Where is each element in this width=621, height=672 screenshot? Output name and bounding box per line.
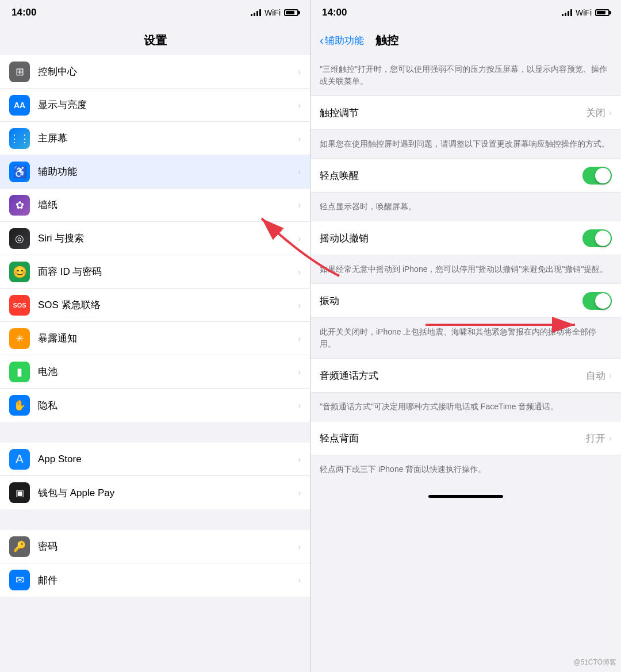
shake-undo-toggle[interactable] bbox=[582, 229, 612, 247]
settings-item-exposure[interactable]: ✳ 暴露通知 › bbox=[0, 322, 310, 355]
wifi-icon: WiFi bbox=[264, 8, 281, 17]
tap-wake-group: 轻点唤醒 bbox=[310, 158, 621, 193]
tap-wake-row: 轻点唤醒 bbox=[310, 159, 621, 192]
tap-back-desc-block: 轻点两下或三下 iPhone 背面以快速执行操作。 bbox=[310, 455, 621, 483]
sos-label: SOS 紧急联络 bbox=[38, 298, 293, 312]
page-wrapper: 14:00 WiFi 设置 bbox=[0, 0, 621, 672]
right-panel: 14:00 WiFi ‹ 辅助功能 触控 bbox=[310, 0, 621, 672]
touch-adjust-value: 关闭 bbox=[586, 106, 605, 120]
settings-item-home[interactable]: ⋮⋮ 主屏幕 › bbox=[0, 122, 310, 155]
right-page-title: 触控 bbox=[375, 33, 398, 48]
settings-item-display[interactable]: AA 显示与亮度 › bbox=[0, 89, 310, 122]
tap-wake-toggle-knob bbox=[595, 168, 611, 183]
privacy-chevron: › bbox=[298, 401, 301, 410]
accessibility-icon: ♿ bbox=[9, 162, 30, 182]
appstore-chevron: › bbox=[298, 455, 301, 464]
settings-items-group1: ⊞ 控制中心 › AA 显示与亮度 › ⋮⋮ 主屏幕 bbox=[0, 55, 310, 422]
mail-chevron: › bbox=[298, 575, 301, 585]
siri-label: Siri 与搜索 bbox=[38, 232, 293, 245]
left-time: 14:00 bbox=[12, 7, 36, 18]
audio-call-desc: "音频通话方式"可决定用哪种方式接听电话或 FaceTime 音频通话。 bbox=[320, 402, 558, 411]
vibration-desc: 此开关关闭时，iPhone 上包括地震、海啸和其他紧急警报在内的振动将全部停用。 bbox=[320, 327, 596, 348]
tap-back-desc: 轻点两下或三下 iPhone 背面以快速执行操作。 bbox=[320, 464, 486, 474]
3d-touch-desc-block: "三维触控"打开时，您可以使用强弱不同的压力按压屏幕，以显示内容预览、操作或关联… bbox=[310, 55, 621, 95]
appstore-label: App Store bbox=[38, 454, 293, 465]
battery-icon bbox=[284, 9, 298, 16]
section-gap-2 bbox=[0, 509, 310, 530]
touch-adjust-desc: 如果您在使用触控屏时遇到问题，请调整以下设置更改屏幕响应触控操作的方式。 bbox=[320, 139, 610, 148]
tap-back-value: 打开 bbox=[586, 432, 605, 445]
shake-undo-row: 摇动以撤销 bbox=[310, 221, 621, 255]
settings-item-control-center[interactable]: ⊞ 控制中心 › bbox=[0, 55, 310, 89]
back-chevron-icon: ‹ bbox=[320, 34, 324, 46]
exposure-icon: ✳ bbox=[9, 328, 30, 349]
tap-wake-toggle[interactable] bbox=[582, 167, 612, 185]
settings-item-wallpaper[interactable]: ✿ 墙纸 › bbox=[0, 189, 310, 222]
settings-group-1: ⊞ 控制中心 › AA 显示与亮度 › ⋮⋮ 主屏幕 bbox=[0, 55, 310, 422]
settings-item-sos[interactable]: SOS SOS 紧急联络 › bbox=[0, 289, 310, 322]
touch-adjust-label: 触控调节 bbox=[320, 106, 586, 120]
settings-item-privacy[interactable]: ✋ 隐私 › bbox=[0, 389, 310, 422]
touch-adjust-chevron: › bbox=[609, 108, 612, 117]
watermark: @51CTO博客 bbox=[573, 658, 616, 667]
touch-adjust-row[interactable]: 触控调节 关闭 › bbox=[310, 96, 621, 129]
back-button[interactable]: ‹ 辅助功能 bbox=[320, 34, 364, 47]
wallet-chevron: › bbox=[298, 488, 301, 497]
password-icon: 🔑 bbox=[9, 536, 30, 557]
exposure-label: 暴露通知 bbox=[38, 332, 293, 345]
audio-call-group: 音频通话方式 自动 › bbox=[310, 358, 621, 393]
faceid-icon: 😊 bbox=[9, 262, 30, 282]
settings-group-3: 🔑 密码 › ✉ 邮件 › bbox=[0, 530, 310, 597]
settings-item-battery[interactable]: ▮ 电池 › bbox=[0, 355, 310, 389]
vibration-group: 振动 bbox=[310, 283, 621, 318]
right-wifi-icon: WiFi bbox=[576, 8, 592, 17]
settings-item-accessibility[interactable]: ♿ 辅助功能 › bbox=[0, 155, 310, 189]
settings-item-wallet[interactable]: ▣ 钱包与 Apple Pay › bbox=[0, 476, 310, 509]
mail-label: 邮件 bbox=[38, 574, 293, 587]
privacy-icon: ✋ bbox=[9, 395, 30, 416]
vibration-row: 振动 bbox=[310, 284, 621, 317]
settings-item-mail[interactable]: ✉ 邮件 › bbox=[0, 563, 310, 597]
signal-icon bbox=[251, 9, 261, 16]
touch-adjust-desc-block: 如果您在使用触控屏时遇到问题，请调整以下设置更改屏幕响应触控操作的方式。 bbox=[310, 130, 621, 158]
faceid-label: 面容 ID 与密码 bbox=[38, 265, 293, 278]
tap-back-row[interactable]: 轻点背面 打开 › bbox=[310, 421, 621, 455]
control-center-label: 控制中心 bbox=[38, 65, 293, 78]
settings-item-siri[interactable]: ◎ Siri 与搜索 › bbox=[0, 222, 310, 255]
sos-chevron: › bbox=[298, 301, 301, 310]
audio-call-label: 音频通话方式 bbox=[320, 369, 586, 382]
settings-group-2: A App Store › ▣ 钱包与 Apple Pay › bbox=[0, 443, 310, 509]
wallpaper-icon: ✿ bbox=[9, 195, 30, 216]
display-icon: AA bbox=[9, 95, 30, 116]
3d-touch-desc: "三维触控"打开时，您可以使用强弱不同的压力按压屏幕，以显示内容预览、操作或关联… bbox=[320, 64, 607, 86]
settings-item-faceid[interactable]: 😊 面容 ID 与密码 › bbox=[0, 255, 310, 289]
battery-label: 电池 bbox=[38, 365, 293, 378]
home-label: 主屏幕 bbox=[38, 132, 293, 145]
audio-call-chevron: › bbox=[609, 371, 612, 380]
left-nav-title: 设置 bbox=[144, 33, 167, 48]
audio-call-row[interactable]: 音频通话方式 自动 › bbox=[310, 359, 621, 392]
shake-undo-toggle-knob bbox=[595, 231, 611, 246]
right-status-icons: WiFi bbox=[562, 8, 610, 17]
password-label: 密码 bbox=[38, 540, 293, 553]
tap-back-chevron: › bbox=[609, 433, 612, 443]
shake-undo-desc: 如果经常无意中摇动到 iPhone，您可以停用"摇动以撤销"来避免出现"撤销"提… bbox=[320, 264, 608, 274]
control-center-icon: ⊞ bbox=[9, 62, 30, 82]
accessibility-label: 辅助功能 bbox=[38, 165, 293, 178]
settings-items-group3: 🔑 密码 › ✉ 邮件 › bbox=[0, 530, 310, 597]
shake-undo-label: 摇动以撤销 bbox=[320, 232, 582, 245]
sos-icon: SOS bbox=[9, 295, 30, 316]
battery-settings-icon: ▮ bbox=[9, 362, 30, 382]
left-nav-header: 设置 bbox=[0, 25, 310, 55]
shake-undo-group: 摇动以撤销 bbox=[310, 221, 621, 255]
vibration-toggle[interactable] bbox=[582, 292, 612, 310]
faceid-chevron: › bbox=[298, 267, 301, 277]
settings-item-password[interactable]: 🔑 密码 › bbox=[0, 530, 310, 563]
display-chevron: › bbox=[298, 101, 301, 110]
accessibility-chevron: › bbox=[298, 167, 301, 176]
touch-adjust-group: 触控调节 关闭 › bbox=[310, 95, 621, 130]
shake-undo-desc-block: 如果经常无意中摇动到 iPhone，您可以停用"摇动以撤销"来避免出现"撤销"提… bbox=[310, 255, 621, 283]
section-gap-1 bbox=[0, 422, 310, 443]
home-indicator bbox=[428, 495, 503, 498]
settings-item-appstore[interactable]: A App Store › bbox=[0, 443, 310, 476]
